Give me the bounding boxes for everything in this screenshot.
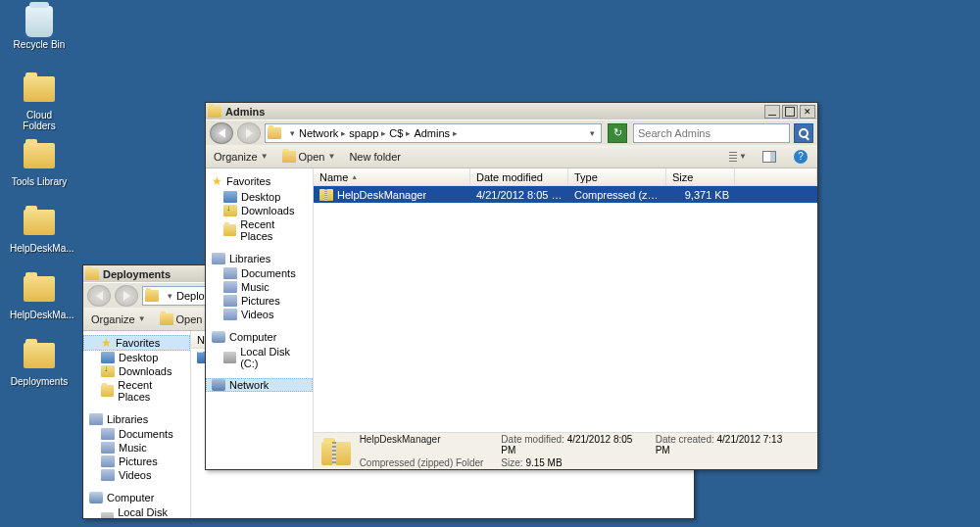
zip-icon [319,189,333,201]
zip-icon [321,438,352,465]
desktop-icon-label: Tools Library [10,176,69,187]
maximize-button[interactable] [782,105,798,119]
window-admins[interactable]: Admins ✕ ▾ Network▸ spapp▸ C$▸ Admins▸ ▾… [205,102,818,470]
breadcrumb-item[interactable]: Admins [414,127,450,139]
documents-icon [223,267,237,279]
favorites-group[interactable]: ★Favorites [206,172,313,190]
forward-button[interactable] [115,285,138,307]
nav-documents[interactable]: Documents [206,266,313,280]
col-size[interactable]: Size [666,168,735,185]
col-name[interactable]: Name▲ [314,168,470,185]
nav-downloads[interactable]: Downloads [83,364,190,378]
search-input[interactable] [633,123,790,143]
pictures-icon [223,295,237,307]
nav-recent[interactable]: Recent Places [83,378,190,404]
libraries-group[interactable]: Libraries [206,251,313,266]
breadcrumb[interactable]: ▾ Network▸ spapp▸ C$▸ Admins▸ ▾ [265,123,602,143]
file-size: 9,371 KB [666,189,735,201]
videos-icon [223,309,237,320]
details-type: Compressed (zipped) Folder [360,457,484,468]
folder-icon [24,210,55,241]
help-icon: ? [794,150,808,164]
desktop-icon-helpdeskma-[interactable]: HelpDeskMa... [10,272,69,320]
new-folder-button[interactable]: New folder [349,151,401,163]
music-icon [101,442,115,454]
desktop-icon-cloud-folders[interactable]: Cloud Folders [10,72,69,131]
breadcrumb-dropdown[interactable]: ▾ [585,128,599,138]
breadcrumb-item[interactable]: spapp [349,127,378,139]
nav-local-disk[interactable]: Local Disk (C:) [83,505,190,518]
disk-icon [223,352,236,363]
nav-desktop[interactable]: Desktop [206,190,313,204]
nav-pictures[interactable]: Pictures [206,294,313,308]
col-date[interactable]: Date modified [470,168,568,185]
folder-icon [24,343,55,374]
nav-recent[interactable]: Recent Places [206,217,313,243]
file-list[interactable]: HelpDeskManager 4/21/2012 8:05 PM Compre… [314,186,817,432]
folder-icon [101,385,114,397]
details-name: HelpDeskManager [360,434,484,455]
breadcrumb-item[interactable]: Network [299,127,338,139]
organize-menu[interactable]: Organize ▼ [91,313,146,325]
back-button[interactable] [210,122,233,144]
nav-downloads[interactable]: Downloads [206,204,313,217]
desktop-icon-tools-library[interactable]: Tools Library [10,139,69,187]
download-icon [223,205,237,216]
folder-icon [24,143,55,174]
details-pane: HelpDeskManager Date modified: 4/21/2012… [314,432,817,469]
recycle-bin-icon [24,6,55,37]
help-button[interactable]: ? [792,149,809,165]
table-row[interactable]: HelpDeskManager 4/21/2012 8:05 PM Compre… [314,186,817,203]
computer-group[interactable]: Computer [83,490,190,505]
close-button[interactable]: ✕ [800,105,815,119]
desktop-icon-deployments[interactable]: Deployments [10,339,69,387]
breadcrumb-item[interactable]: C$ [389,127,403,139]
preview-icon [762,151,776,163]
desktop-icon [223,191,237,203]
folder-icon [223,224,236,236]
organize-menu[interactable]: Organize ▼ [214,151,269,163]
folder-icon [160,313,173,325]
download-icon [101,365,115,377]
desktop-icon-label: Deployments [10,376,69,387]
pictures-icon [101,455,115,467]
navigation-pane[interactable]: ★Favorites Desktop Downloads Recent Plac… [206,168,314,469]
nav-local-disk[interactable]: Local Disk (C:) [206,345,313,370]
folder-icon [145,290,159,302]
favorites-group[interactable]: ★Favorites [83,335,190,351]
column-headers[interactable]: Name▲ Date modified Type Size [314,168,817,186]
network-icon [212,379,225,391]
nav-documents[interactable]: Documents [83,427,190,441]
refresh-button[interactable]: ↻ [608,123,627,143]
disk-icon [101,512,114,518]
nav-desktop[interactable]: Desktop [83,351,190,364]
back-button[interactable] [87,285,111,307]
search-field[interactable] [638,127,785,139]
search-button[interactable] [794,123,813,143]
star-icon: ★ [212,174,222,188]
folder-icon [24,276,55,308]
col-type[interactable]: Type [568,168,666,185]
nav-videos[interactable]: Videos [83,468,190,482]
minimize-button[interactable] [764,105,780,119]
view-icon [729,152,737,162]
forward-button[interactable] [237,122,261,144]
computer-group[interactable]: Computer [206,329,313,345]
nav-music[interactable]: Music [83,441,190,455]
computer-icon [89,492,103,503]
navigation-pane[interactable]: ★Favorites Desktop Downloads Recent Plac… [83,331,191,518]
view-menu[interactable]: ▼ [729,149,747,165]
desktop-icon-helpdeskma-[interactable]: HelpDeskMa... [10,206,69,254]
desktop-icon-label: HelpDeskMa... [10,310,69,320]
nav-pictures[interactable]: Pictures [83,455,190,468]
titlebar[interactable]: Admins ✕ [206,103,817,120]
open-menu[interactable]: Open ▼ [282,151,336,163]
libraries-group[interactable]: Libraries [83,411,190,427]
library-icon [212,253,225,264]
desktop-icon-recycle-bin[interactable]: Recycle Bin [10,6,69,50]
nav-videos[interactable]: Videos [206,308,313,321]
preview-pane-button[interactable] [760,149,778,165]
nav-music[interactable]: Music [206,280,313,294]
folder-icon [24,76,55,108]
network-group[interactable]: Network [206,378,313,392]
